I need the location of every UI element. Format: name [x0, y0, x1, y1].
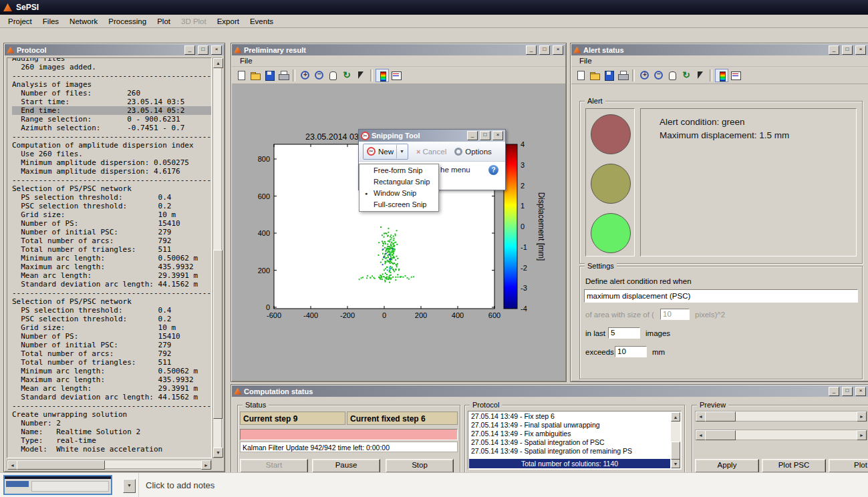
menu-network[interactable]: Network: [64, 16, 103, 27]
rotate-icon[interactable]: ↻: [680, 69, 693, 82]
log-row[interactable]: 27.05.14 13:49 - Fix step 6: [469, 412, 670, 421]
alert-titlebar[interactable]: Alert status _ □ ×: [571, 44, 868, 55]
open-folder-icon[interactable]: [588, 69, 601, 82]
scroll-down-button[interactable]: ▼: [671, 459, 680, 468]
new-file-icon[interactable]: [574, 69, 587, 82]
pan-icon[interactable]: [666, 69, 679, 82]
close-button[interactable]: ×: [553, 45, 563, 55]
area-size-field[interactable]: 10: [660, 309, 690, 320]
pan-icon[interactable]: [326, 69, 339, 82]
plot-button[interactable]: Plot: [829, 459, 868, 472]
protocol-titlebar[interactable]: Protocol _ □ ×: [5, 44, 224, 55]
scroll-right-button[interactable]: ►: [857, 411, 867, 422]
menu-events[interactable]: Events: [245, 16, 279, 27]
scroll-left-button[interactable]: ◄: [696, 430, 706, 440]
new-snip-button[interactable]: ✂ New ▼: [363, 144, 408, 160]
help-icon[interactable]: ?: [488, 165, 498, 175]
new-file-icon[interactable]: [235, 69, 248, 82]
menu-files[interactable]: Files: [37, 16, 64, 27]
data-cursor-icon[interactable]: [354, 69, 368, 82]
start-button[interactable]: Start: [240, 459, 308, 472]
minimize-button[interactable]: _: [467, 131, 478, 140]
minimize-button[interactable]: _: [829, 45, 839, 55]
exceeds-field[interactable]: 10: [615, 346, 647, 357]
protocol-horizontal-scrollbar[interactable]: ◄ ►: [7, 460, 212, 469]
pause-button[interactable]: Pause: [312, 459, 380, 472]
zoom-in-icon[interactable]: [637, 69, 651, 82]
preview-slider-2[interactable]: ◄ ►: [695, 430, 867, 440]
scroll-left-button[interactable]: ◄: [696, 411, 706, 422]
preview-slider-1[interactable]: ◄ ►: [695, 411, 867, 422]
maximize-button[interactable]: □: [198, 45, 208, 55]
print-icon[interactable]: [277, 69, 290, 82]
computation-titlebar[interactable]: Computation status _ □ ×: [232, 385, 868, 397]
new-dropdown-arrow-icon[interactable]: ▼: [396, 145, 404, 158]
menu-file[interactable]: File: [236, 56, 257, 65]
menu-project[interactable]: Project: [3, 16, 37, 27]
notes-placeholder[interactable]: Click to add notes: [146, 480, 214, 490]
colorbar-icon[interactable]: [376, 69, 389, 82]
scroll-right-button[interactable]: ►: [857, 430, 867, 440]
cancel-snip-button[interactable]: × Cancel: [416, 148, 446, 156]
legend-icon[interactable]: [390, 69, 403, 82]
scroll-thumb[interactable]: [705, 430, 736, 440]
snipping-tool-titlebar[interactable]: ✂ Snipping Tool _ □ ×: [359, 130, 505, 142]
snip-menu-item-window-snip[interactable]: ●Window Snip: [360, 188, 438, 199]
scroll-right-button[interactable]: ►: [201, 460, 211, 470]
protocol-vertical-scrollbar[interactable]: ▲ ▼: [212, 57, 222, 458]
log-row[interactable]: 27.05.14 13:49 - Final spatial unwrappin…: [469, 421, 670, 430]
maximize-button[interactable]: □: [539, 45, 550, 55]
plot-psc-button[interactable]: Plot PSC: [762, 459, 826, 472]
log-row[interactable]: 27.05.14 13:49 - Fix ambiguities: [469, 430, 670, 438]
print-icon[interactable]: [616, 69, 629, 82]
menu-plot[interactable]: Plot: [152, 16, 176, 27]
scroll-thumb[interactable]: [213, 250, 223, 419]
snip-menu-item-full-screen-snip[interactable]: Full-screen Snip: [360, 199, 438, 210]
maximize-button[interactable]: □: [480, 131, 490, 140]
log-row[interactable]: 27.05.14 13:49 - Spatial integration of …: [469, 438, 670, 447]
menu-export[interactable]: Export: [212, 16, 245, 27]
scroll-thumb[interactable]: [671, 442, 680, 460]
open-folder-icon[interactable]: [249, 69, 262, 82]
zoom-in-icon[interactable]: [298, 69, 311, 82]
condition-select[interactable]: maximum displacement (PSC): [584, 289, 858, 303]
colorbar-icon[interactable]: [715, 69, 728, 82]
minimize-button[interactable]: _: [829, 387, 839, 396]
close-button[interactable]: ×: [855, 387, 866, 396]
snip-menu-item-rectangular-snip[interactable]: Rectangular Snip: [360, 176, 438, 188]
options-button[interactable]: Options: [454, 148, 492, 156]
log-row[interactable]: 27.05.14 13:49 - Spatial integration of …: [469, 447, 670, 456]
close-button[interactable]: ×: [492, 131, 503, 140]
stop-button[interactable]: Stop: [386, 459, 454, 472]
maximize-button[interactable]: □: [842, 45, 853, 55]
scroll-down-button[interactable]: ▼: [213, 448, 223, 458]
log-scrollbar[interactable]: ▲ ▼: [671, 412, 680, 468]
selected-log-row[interactable]: Total number of solutions: 1140: [469, 459, 670, 468]
scroll-thumb[interactable]: [705, 411, 736, 422]
legend-icon[interactable]: [729, 69, 742, 82]
minimize-button[interactable]: _: [526, 45, 537, 55]
scroll-left-button[interactable]: ◄: [7, 460, 17, 470]
zoom-out-icon[interactable]: [312, 69, 325, 82]
preliminary-titlebar[interactable]: Preliminary result _ □ ×: [232, 44, 565, 55]
zoom-out-icon[interactable]: [652, 69, 665, 82]
close-button[interactable]: ×: [855, 45, 866, 55]
maximize-button[interactable]: □: [842, 387, 853, 396]
save-icon[interactable]: [263, 69, 276, 82]
slide-thumbnail[interactable]: [3, 475, 112, 495]
data-cursor-icon[interactable]: [694, 69, 707, 82]
menu-file[interactable]: File: [575, 56, 596, 65]
scroll-up-button[interactable]: ▲: [671, 412, 680, 422]
computation-log-listbox[interactable]: 27.05.14 13:49 - Fix step 627.05.14 13:4…: [468, 411, 682, 470]
menu-processing[interactable]: Processing: [103, 16, 152, 27]
inlast-field[interactable]: 5: [608, 327, 640, 339]
apply-button[interactable]: Apply: [695, 459, 759, 472]
rotate-icon[interactable]: ↻: [340, 69, 353, 82]
thumbnail-dropdown-button[interactable]: ▼: [123, 479, 136, 493]
scroll-up-button[interactable]: ▲: [213, 58, 223, 68]
scroll-thumb[interactable]: [17, 460, 105, 470]
snip-menu-item-free-form-snip[interactable]: Free-form Snip: [360, 165, 438, 176]
minimize-button[interactable]: _: [184, 45, 195, 55]
close-button[interactable]: ×: [211, 45, 222, 55]
protocol-log-area[interactable]: Adding files 260 images added.----------…: [7, 57, 212, 458]
